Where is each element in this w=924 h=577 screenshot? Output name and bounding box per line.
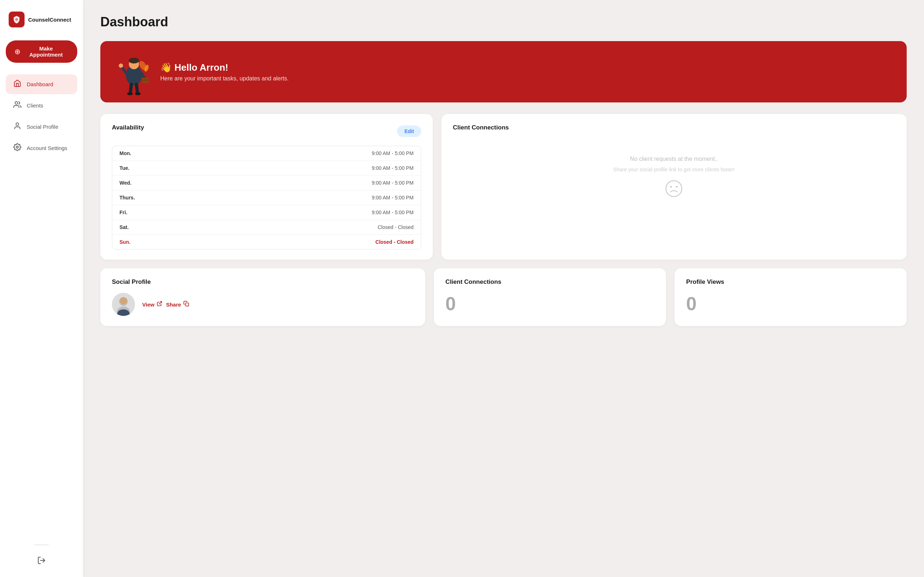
avail-day-fri: Fri. — [120, 210, 145, 215]
sidebar-item-social-profile[interactable]: Social Profile — [6, 117, 77, 137]
clients-icon — [13, 101, 22, 110]
hero-subtitle: Here are your important tasks, updates a… — [160, 76, 289, 82]
empty-main-text: No client requests at the moment.. — [630, 156, 718, 162]
avail-row-sat: Sat. Closed - Closed — [112, 220, 421, 235]
client-connections-card: Client Connections No client requests at… — [441, 114, 907, 259]
svg-point-17 — [135, 92, 141, 95]
sidebar-logo: CounselConnect — [6, 11, 71, 27]
svg-line-15 — [136, 84, 137, 93]
sidebar-item-dashboard[interactable]: Dashboard — [6, 74, 77, 94]
client-connections-value: 0 — [446, 293, 654, 314]
svg-point-21 — [670, 186, 672, 187]
profile-views-card: Profile Views 0 — [675, 268, 907, 326]
top-cards-grid: Availability Edit Mon. 9:00 AM - 5:00 PM… — [100, 114, 907, 259]
make-appointment-label: Make Appointment — [23, 45, 69, 58]
svg-point-22 — [676, 186, 678, 187]
hero-banner: 👋 Hello Arron! Here are your important t… — [100, 41, 907, 102]
dashboard-label: Dashboard — [27, 81, 53, 87]
user-icon — [13, 122, 22, 132]
clients-label: Clients — [27, 102, 43, 108]
avatar — [112, 293, 135, 316]
share-profile-button[interactable]: Share — [166, 301, 189, 308]
hero-illustration — [118, 56, 150, 88]
share-label: Share — [166, 301, 181, 308]
avail-day-thurs: Thurs. — [120, 195, 145, 200]
sidebar-item-clients[interactable]: Clients — [6, 95, 77, 115]
view-label: View — [142, 301, 155, 308]
profile-views-value: 0 — [686, 293, 895, 314]
sidebar-nav: Dashboard Clients Social Profile — [6, 74, 77, 539]
svg-rect-28 — [186, 303, 189, 306]
svg-point-2 — [15, 102, 18, 104]
social-profile-card-title: Social Profile — [112, 279, 414, 285]
social-profile-content: View Share — [112, 293, 414, 316]
avail-row-sun: Sun. Closed - Closed — [112, 235, 421, 249]
avail-time-thurs: 9:00 AM - 5:00 PM — [372, 195, 414, 200]
avail-row-wed: Wed. 9:00 AM - 5:00 PM — [112, 176, 421, 190]
client-connections-title: Client Connections — [453, 124, 895, 131]
sad-face-icon — [665, 180, 683, 201]
svg-line-27 — [159, 301, 162, 304]
svg-point-10 — [119, 63, 123, 68]
avail-time-wed: 9:00 AM - 5:00 PM — [372, 180, 414, 186]
svg-point-8 — [129, 58, 139, 63]
availability-card: Availability Edit Mon. 9:00 AM - 5:00 PM… — [100, 114, 433, 259]
bottom-cards-grid: Social Profile View — [100, 268, 907, 326]
avail-day-sun: Sun. — [120, 239, 145, 245]
home-icon — [13, 79, 22, 89]
avail-row-mon: Mon. 9:00 AM - 5:00 PM — [112, 146, 421, 161]
svg-point-4 — [16, 146, 18, 148]
plus-icon: ⊕ — [15, 48, 21, 55]
gear-icon — [13, 143, 22, 153]
svg-point-26 — [120, 297, 127, 305]
avail-row-tue: Tue. 9:00 AM - 5:00 PM — [112, 161, 421, 176]
social-profile-card: Social Profile View — [100, 268, 425, 326]
availability-title: Availability — [112, 124, 144, 131]
empty-sub-text: Share your social profile link to get mo… — [613, 167, 735, 172]
svg-point-20 — [666, 181, 682, 197]
avail-time-fri: 9:00 AM - 5:00 PM — [372, 210, 414, 215]
view-profile-button[interactable]: View — [142, 301, 162, 308]
make-appointment-button[interactable]: ⊕ Make Appointment — [6, 40, 77, 63]
hero-greeting: 👋 Hello Arron! — [160, 62, 289, 73]
avail-time-tue: 9:00 AM - 5:00 PM — [372, 165, 414, 171]
account-settings-label: Account Settings — [27, 145, 68, 151]
client-connections-empty: No client requests at the moment.. Share… — [453, 139, 895, 218]
external-link-icon — [157, 301, 162, 308]
app-name: CounselConnect — [28, 16, 71, 23]
logout-button[interactable] — [6, 553, 77, 568]
avail-time-mon: 9:00 AM - 5:00 PM — [372, 150, 414, 156]
hero-text: 👋 Hello Arron! Here are your important t… — [160, 62, 289, 82]
page-title: Dashboard — [100, 15, 907, 29]
avail-day-mon: Mon. — [120, 150, 145, 156]
logo-icon — [9, 11, 24, 27]
client-connections-stat-title: Client Connections — [446, 279, 654, 285]
svg-point-3 — [16, 123, 18, 126]
svg-point-1 — [16, 19, 17, 20]
sidebar-item-account-settings[interactable]: Account Settings — [6, 138, 77, 158]
social-profile-actions: View Share — [142, 301, 189, 308]
profile-views-title: Profile Views — [686, 279, 895, 285]
avail-day-tue: Tue. — [120, 165, 145, 171]
svg-rect-12 — [142, 78, 149, 83]
availability-table: Mon. 9:00 AM - 5:00 PM Tue. 9:00 AM - 5:… — [112, 146, 421, 250]
main-content: Dashboard — [83, 0, 924, 577]
svg-line-14 — [130, 84, 131, 93]
svg-point-16 — [127, 92, 133, 95]
availability-header: Availability Edit — [112, 124, 421, 139]
edit-availability-button[interactable]: Edit — [397, 126, 421, 137]
client-connections-stat-card: Client Connections 0 — [434, 268, 666, 326]
avail-day-wed: Wed. — [120, 180, 145, 186]
avail-row-fri: Fri. 9:00 AM - 5:00 PM — [112, 205, 421, 220]
sidebar: CounselConnect ⊕ Make Appointment Dashbo… — [0, 0, 83, 577]
copy-icon — [183, 301, 189, 308]
sidebar-divider — [34, 545, 49, 545]
avail-day-sat: Sat. — [120, 224, 145, 230]
avail-time-sat: Closed - Closed — [378, 224, 414, 230]
avail-time-sun: Closed - Closed — [375, 239, 414, 245]
avail-row-thurs: Thurs. 9:00 AM - 5:00 PM — [112, 190, 421, 205]
social-profile-label: Social Profile — [27, 124, 58, 130]
